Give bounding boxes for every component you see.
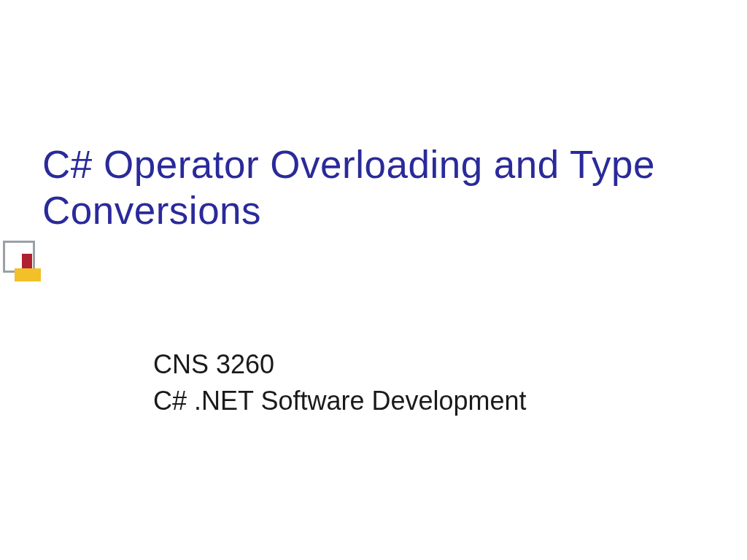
slide-title: C# Operator Overloading and Type Convers… [42,142,713,233]
subtitle-line-2: C# .NET Software Development [153,383,527,419]
square-yellow-icon [15,268,41,281]
slide: C# Operator Overloading and Type Convers… [0,0,747,560]
slide-subtitle: CNS 3260 C# .NET Software Development [153,346,527,420]
slide-decoration [0,241,44,292]
subtitle-line-1: CNS 3260 [153,346,527,383]
